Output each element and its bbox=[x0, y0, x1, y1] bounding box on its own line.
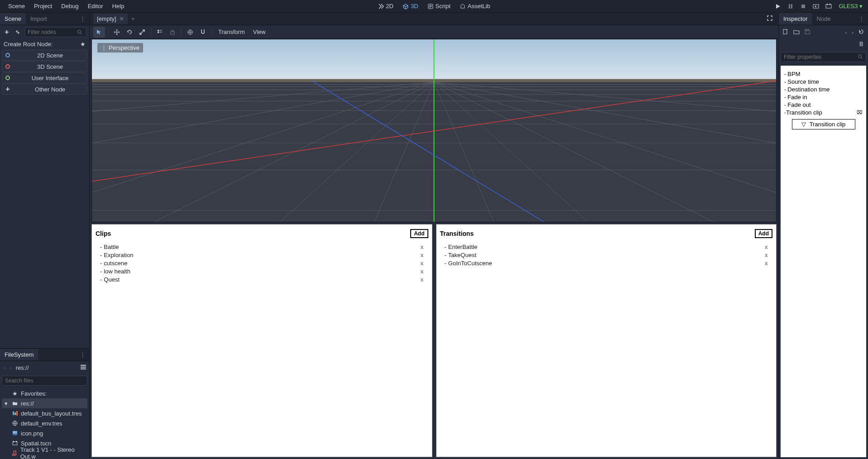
remove-icon[interactable]: x bbox=[420, 276, 423, 283]
svg-rect-13 bbox=[14, 412, 16, 415]
remove-icon[interactable]: x bbox=[420, 252, 423, 258]
scene-panel-menu-icon[interactable]: ⋮ bbox=[76, 15, 89, 22]
transition-item[interactable]: -TakeQuestx bbox=[445, 251, 768, 259]
svg-rect-54 bbox=[783, 29, 787, 34]
scale-tool[interactable] bbox=[136, 27, 148, 38]
mode-script[interactable]: Script bbox=[424, 1, 454, 11]
tab-inspector[interactable]: Inspector bbox=[779, 13, 812, 24]
transitions-add-button[interactable]: Add bbox=[755, 229, 772, 238]
clip-item[interactable]: -Questx bbox=[100, 275, 424, 283]
fs-forward-button[interactable]: › bbox=[8, 364, 12, 371]
fs-file-icon[interactable]: icon.png bbox=[2, 428, 87, 438]
clips-panel: Clips Add -Battlex -Explorationx -cutsce… bbox=[91, 224, 432, 457]
mode-assetlib-label: AssetLib bbox=[468, 3, 490, 10]
tab-import[interactable]: Import bbox=[26, 13, 52, 24]
scene-tab-label: [empty] bbox=[97, 15, 116, 22]
svg-rect-3 bbox=[801, 5, 805, 8]
close-icon[interactable]: ✕ bbox=[119, 15, 124, 22]
history-back-icon[interactable]: ‹ bbox=[845, 29, 847, 36]
scene-tab-empty[interactable]: [empty] ✕ bbox=[93, 14, 128, 24]
remove-icon[interactable]: x bbox=[765, 252, 768, 258]
remove-icon[interactable]: x bbox=[765, 260, 768, 267]
clips-add-button[interactable]: Add bbox=[410, 229, 428, 238]
mode-assetlib[interactable]: AssetLib bbox=[456, 1, 494, 11]
distraction-free-icon[interactable] bbox=[765, 15, 775, 23]
tab-node[interactable]: Node bbox=[812, 13, 835, 24]
remove-icon[interactable]: x bbox=[420, 260, 423, 267]
play-custom-button[interactable] bbox=[824, 2, 833, 11]
filter-nodes-input[interactable] bbox=[24, 27, 86, 37]
pause-button[interactable] bbox=[786, 2, 795, 11]
renderer-label[interactable]: GLES3 ▾ bbox=[837, 3, 864, 10]
remove-icon[interactable]: x bbox=[420, 244, 423, 250]
favorite-icon[interactable]: ★ bbox=[80, 41, 86, 48]
audio-icon bbox=[12, 450, 18, 456]
clip-item[interactable]: -cutscenex bbox=[100, 259, 424, 267]
list-tool[interactable] bbox=[154, 27, 166, 38]
fs-view-toggle-icon[interactable] bbox=[80, 364, 86, 372]
tab-scene[interactable]: Scene bbox=[0, 13, 26, 24]
clip-item[interactable]: -Explorationx bbox=[100, 251, 424, 259]
play-button[interactable] bbox=[773, 2, 782, 11]
link-icon[interactable] bbox=[14, 28, 22, 36]
filter-properties-input[interactable] bbox=[781, 52, 866, 62]
filesystem-menu-icon[interactable]: ⋮ bbox=[76, 351, 89, 358]
transition-item[interactable]: -GoInToCutscenex bbox=[445, 259, 768, 267]
transition-item[interactable]: -EnterBattlex bbox=[445, 243, 768, 251]
transition-clip-dropdown[interactable]: ▽ Transition clip bbox=[792, 119, 855, 129]
root-3d-scene[interactable]: 3D Scene bbox=[2, 61, 87, 72]
fs-search-input[interactable] bbox=[2, 376, 87, 386]
perspective-button[interactable]: ⋮ Perspective bbox=[97, 43, 143, 53]
root-2d-scene[interactable]: 2D Scene bbox=[2, 50, 87, 61]
delete-icon[interactable]: ⌧ bbox=[857, 110, 863, 115]
fs-file-bus[interactable]: default_bus_layout.tres bbox=[2, 408, 87, 418]
play-scene-button[interactable] bbox=[811, 2, 820, 11]
save-resource-icon[interactable] bbox=[804, 29, 810, 36]
fs-path: res:// bbox=[14, 364, 78, 371]
menu-debug[interactable]: Debug bbox=[57, 1, 83, 11]
rotate-tool[interactable] bbox=[124, 27, 135, 38]
clip-item[interactable]: -Battlex bbox=[100, 243, 424, 251]
fs-file-track[interactable]: Track 1 V1 - - Stereo Out.w bbox=[2, 448, 87, 458]
svg-rect-7 bbox=[830, 4, 830, 5]
plus-icon: + bbox=[5, 85, 10, 93]
transform-menu[interactable]: Transform bbox=[215, 27, 249, 37]
remove-icon[interactable]: x bbox=[765, 244, 768, 250]
2d-icon bbox=[378, 3, 384, 10]
globe-tool[interactable] bbox=[184, 27, 196, 38]
clip-item[interactable]: -low healthx bbox=[100, 267, 424, 275]
new-resource-icon[interactable] bbox=[782, 29, 789, 36]
tab-filesystem[interactable]: FileSystem bbox=[0, 349, 38, 360]
fs-favorites[interactable]: ★Favorites: bbox=[2, 388, 87, 398]
add-scene-tab[interactable]: + bbox=[128, 14, 139, 24]
viewport-toolbar: Transform View bbox=[90, 25, 778, 39]
svg-rect-9 bbox=[81, 365, 86, 366]
stop-button[interactable] bbox=[799, 2, 808, 11]
history-fwd-icon[interactable]: › bbox=[852, 29, 854, 36]
move-tool[interactable] bbox=[111, 27, 123, 38]
history-menu-icon[interactable] bbox=[858, 29, 864, 36]
remove-icon[interactable]: x bbox=[420, 268, 423, 275]
menu-editor[interactable]: Editor bbox=[83, 1, 108, 11]
snap-tool[interactable] bbox=[197, 27, 209, 38]
env-icon bbox=[12, 421, 18, 426]
fs-file-env[interactable]: default_env.tres bbox=[2, 418, 87, 428]
inspector-menu-icon[interactable]: ⋮ bbox=[855, 15, 868, 22]
3d-viewport[interactable]: ⋮ Perspective bbox=[91, 39, 777, 222]
root-ui[interactable]: User Interface bbox=[2, 72, 87, 83]
object-props-icon[interactable] bbox=[858, 41, 864, 48]
select-tool[interactable] bbox=[93, 27, 105, 38]
root-other[interactable]: +Other Node bbox=[2, 84, 87, 95]
svg-rect-11 bbox=[81, 368, 86, 369]
menu-scene[interactable]: Scene bbox=[4, 1, 29, 11]
add-node-button[interactable]: + bbox=[3, 28, 11, 36]
fs-root[interactable]: ▾res:// bbox=[2, 398, 87, 408]
menu-project[interactable]: Project bbox=[29, 1, 57, 11]
fs-back-button[interactable]: ‹ bbox=[3, 364, 6, 371]
menu-help[interactable]: Help bbox=[108, 1, 129, 11]
load-resource-icon[interactable] bbox=[793, 29, 800, 36]
view-menu[interactable]: View bbox=[249, 27, 269, 37]
mode-3d[interactable]: 3D bbox=[399, 1, 422, 11]
mode-2d[interactable]: 2D bbox=[374, 1, 397, 11]
lock-tool[interactable] bbox=[167, 27, 178, 38]
